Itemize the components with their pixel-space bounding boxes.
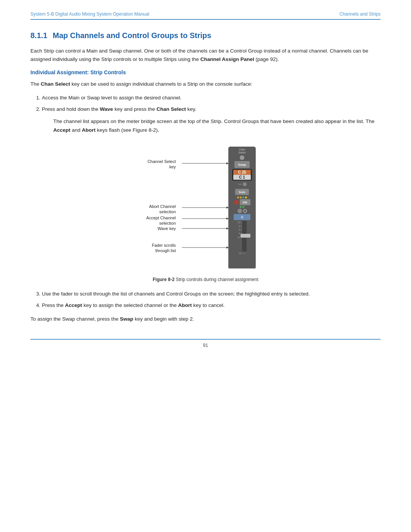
section-number: 8.1.1 [30,31,47,40]
figure-caption-bold: Figure 8-2 [153,277,174,282]
intro-bold: Channel Assign Panel [200,56,254,62]
strip-body: ChanSelect Swap C 25 C 1 Talk [228,147,256,268]
strip-device: ChanSelect Swap C 25 C 1 Talk [228,147,256,268]
swap-button[interactable]: Swap [234,161,250,168]
section-heading: Map Channels and Control Groups to Strip… [53,31,211,40]
solo-button[interactable]: Solo [235,189,249,195]
intro-paragraph: Each Strip can control a Main and Swap c… [30,47,381,64]
wave-key-label: Wave key [158,226,176,231]
fader-label-6: 6 + [239,225,242,228]
accept-btn[interactable] [237,209,242,213]
step-3: Use the fader to scroll through the list… [42,290,381,298]
figure-caption-text: Strip controls during channel assignment [175,277,258,282]
fader-label-12: 12 + [237,221,242,225]
bottom-fader-labels: 12 + + [239,252,245,254]
fader-knob[interactable] [241,234,250,238]
abort-channel-label: Abort Channel selection [149,204,176,215]
figure-caption: Figure 8-2 Strip controls during channel… [153,277,258,282]
body1-start: The [30,81,41,87]
numbered-list-continued: Use the fader to scroll through the list… [42,290,381,310]
led-6 [242,206,244,208]
header-right: Channels and Strips [339,11,381,17]
talk-label: Talk [237,183,242,185]
intro-text: Each Strip can control a Main and Swap c… [30,48,368,62]
bottom-label-minus12: 12 + [239,252,243,254]
led-2 [240,197,242,198]
accept-channel-label: Accept Channel selection [146,215,176,226]
talk-area: Talk [237,182,247,187]
led-5 [240,206,242,208]
bottom-label-plus: + [244,252,245,254]
page-number: 91 [203,343,208,348]
fader-scale: 12 + 6 + 0 + 6 + 12 + + [235,221,249,251]
intro-end: (page 92). [254,56,279,62]
chan-select-btn[interactable] [240,155,244,160]
numbered-list: Access the Main or Swap level to assign … [42,94,381,114]
page: System 5-B Digital Audio Mixing System O… [0,0,411,363]
led-3 [242,197,244,198]
step-1: Access the Main or Swap level to assign … [42,94,381,102]
section-title: 8.1.1 Map Channels and Control Groups to… [30,31,381,40]
led-row [237,197,247,198]
led-row-2 [240,206,244,208]
wave-icon: ≡ [241,214,243,220]
figure-inner: Channel Select key Abort Channel selecti… [126,144,285,273]
accept-area [230,209,254,213]
led-4 [245,197,247,198]
fader-scrolls-label: Fader scrolls through list [152,243,176,254]
header-left: System 5-B Digital Audio Mixing System O… [30,11,149,17]
abort-btn[interactable] [234,200,239,204]
channel-c25: C 25 [233,170,251,175]
channel-c1: C 1 [233,175,251,180]
channel-display: C 25 C 1 [232,169,252,181]
led-1 [237,197,239,198]
step2-detail: The channel list appears on the meter br… [53,117,381,134]
step-4: Press the Accept key to assign the selec… [42,301,381,310]
subsection-title: Individual Assignment: Strip Controls [30,69,381,75]
circle-ring [243,209,247,213]
step-2: Press and hold down the Wave key and pre… [42,105,381,113]
bottom-bar: 91 [30,339,381,348]
figure-area: Channel Select key Abort Channel selecti… [30,144,381,282]
wave-button[interactable]: ≡ [234,214,250,220]
talk-btn[interactable] [243,182,247,186]
channel-select-label: Channel Select key [147,159,176,170]
fader-area: 12 + 6 + 0 + 6 + 12 + + [235,221,249,251]
on-button[interactable]: ON [240,199,250,205]
fader-label-0: 0 + [239,228,242,232]
top-bar: System 5-B Digital Audio Mixing System O… [30,11,381,20]
strip-top-label: ChanSelect [238,148,245,154]
body-paragraph-1: The Chan Select key can be used to assig… [30,80,381,88]
fader-track[interactable] [242,221,247,251]
abort-area: ON [230,199,254,205]
body1-mid: key can be used to assign individual cha… [70,81,252,87]
chan-select-bold: Chan Select [41,81,70,87]
closing-paragraph: To assign the Swap channel, press the Sw… [30,315,381,323]
